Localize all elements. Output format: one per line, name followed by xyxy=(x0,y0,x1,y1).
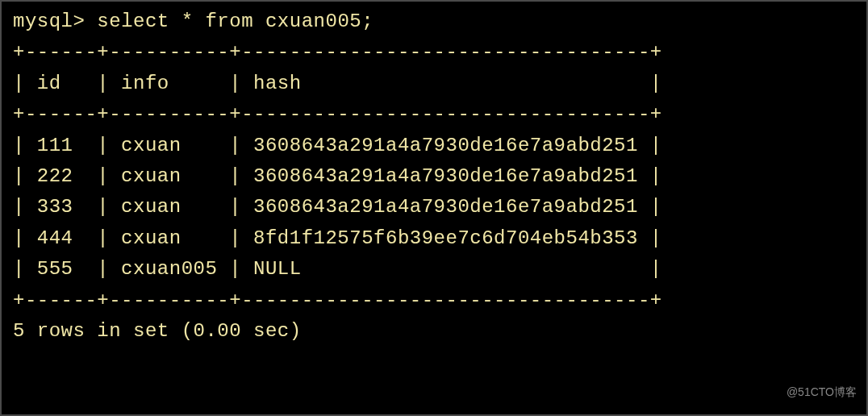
table-row: | 111 | cxuan | 3608643a291a4a7930de16e7… xyxy=(13,131,855,161)
table-row: | 222 | cxuan | 3608643a291a4a7930de16e7… xyxy=(13,161,855,192)
result-footer: 5 rows in set (0.00 sec) xyxy=(13,316,855,347)
table-header: | id | info | hash | xyxy=(13,69,855,99)
table-border-mid: +------+----------+---------------------… xyxy=(13,99,855,130)
sql-command: select * from cxuan005; xyxy=(97,10,373,32)
table-row: | 333 | cxuan | 3608643a291a4a7930de16e7… xyxy=(13,192,855,223)
table-border-bottom: +------+----------+---------------------… xyxy=(13,285,855,316)
table-row: | 555 | cxuan005 | NULL | xyxy=(13,254,855,285)
watermark-text: @51CTO博客 xyxy=(787,385,857,400)
prompt: mysql> xyxy=(13,10,97,32)
table-border-top: +------+----------+---------------------… xyxy=(13,37,855,68)
table-row: | 444 | cxuan | 8fd1f12575f6b39ee7c6d704… xyxy=(13,223,855,254)
terminal-output: mysql> select * from cxuan005;+------+--… xyxy=(2,2,866,352)
command-line: mysql> select * from cxuan005; xyxy=(13,6,855,37)
